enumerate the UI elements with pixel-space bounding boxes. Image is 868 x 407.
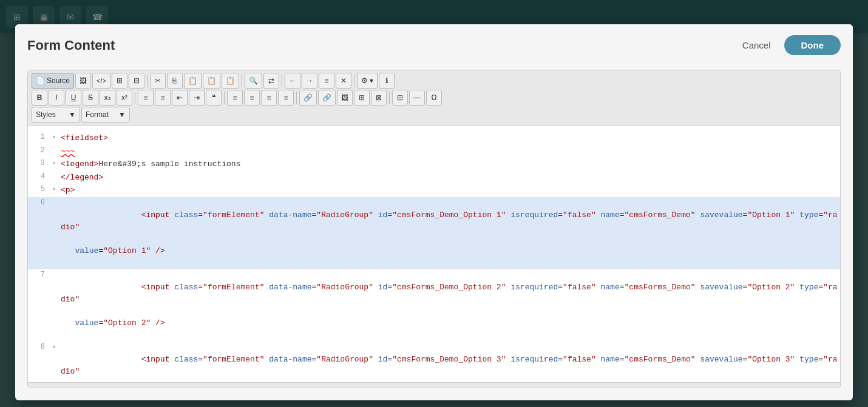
- superscript-button[interactable]: x²: [117, 90, 132, 106]
- code-line-6: 6 <input class="formElement" data-name="…: [28, 197, 840, 269]
- paste1-button[interactable]: 📋: [184, 73, 202, 89]
- paste3-button[interactable]: 📋: [222, 73, 239, 89]
- source-button[interactable]: 📄 Source: [32, 73, 74, 89]
- toolbar-row-2: B I U S x₂ x² ≡ ≡ ⇤ ⇥ ❝ ≡ ≡: [32, 90, 836, 106]
- insert-image-button[interactable]: 🖼: [337, 90, 353, 106]
- sep1: [147, 75, 147, 87]
- toolbar-row-1: 📄 Source 🖼 </> ⊞ ⊟ ✂ ⎘ 📋 📋 📋: [32, 73, 836, 89]
- redo-button[interactable]: →: [302, 73, 317, 89]
- sep4: [354, 75, 354, 87]
- align-left-button[interactable]: ≡: [227, 90, 243, 106]
- done-button[interactable]: Done: [784, 35, 841, 55]
- bold-button[interactable]: B: [32, 90, 47, 106]
- code-line-3: 3 ▾ <legend>Here&#39;s sample instructio…: [28, 158, 840, 171]
- format-arrow: ▼: [118, 110, 126, 119]
- editor-toolbar: 📄 Source 🖼 </> ⊞ ⊟ ✂ ⎘ 📋 📋 📋: [28, 70, 840, 126]
- sep7: [296, 92, 297, 104]
- strikethrough-button[interactable]: S: [83, 90, 98, 106]
- undo-button[interactable]: ←: [285, 73, 300, 89]
- modal-header: Form Content Cancel Done: [15, 24, 853, 64]
- widget-button[interactable]: ⊞: [354, 90, 370, 106]
- source-icon: 📄: [36, 76, 45, 85]
- editor-container: 📄 Source 🖼 </> ⊞ ⊟ ✂ ⎘ 📋 📋 📋: [27, 70, 841, 388]
- copy-button[interactable]: ⎘: [167, 73, 183, 89]
- find-button[interactable]: 🔍: [245, 73, 262, 89]
- toolbar-row-3: Styles ▼ Format ▼: [32, 107, 836, 123]
- ol-button[interactable]: ≡: [138, 90, 154, 106]
- cancel-button[interactable]: Cancel: [735, 36, 778, 54]
- image-button[interactable]: 🖼: [75, 73, 91, 89]
- settings-button[interactable]: ⚙ ▾: [357, 73, 378, 89]
- remove-button[interactable]: ✕: [336, 73, 351, 89]
- sep2: [242, 75, 242, 87]
- align-button[interactable]: ≡: [319, 73, 334, 89]
- code-line-1: 1 ▾ <fieldset>: [28, 132, 840, 145]
- sep8: [389, 92, 390, 104]
- replace-button[interactable]: ⇄: [263, 73, 279, 89]
- sep6: [224, 92, 225, 104]
- table-insert-button[interactable]: ⊠: [371, 90, 387, 106]
- ul-button[interactable]: ≡: [155, 90, 171, 106]
- link-button[interactable]: 🔗: [299, 90, 317, 106]
- code-editor-area[interactable]: 1 ▾ <fieldset> 2 ~~~ 3 ▾ <legend>He: [28, 126, 840, 382]
- italic-button[interactable]: I: [49, 90, 64, 106]
- code-line-7: 7 <input class="formElement" data-name="…: [28, 269, 840, 341]
- modal-title: Form Content: [27, 38, 115, 53]
- code-line-4: 4 </legend>: [28, 171, 840, 184]
- paste2-button[interactable]: 📋: [203, 73, 220, 89]
- format-label: Format: [86, 110, 109, 119]
- modal-actions: Cancel Done: [735, 35, 841, 55]
- info-button[interactable]: ℹ: [379, 73, 395, 89]
- subscript-button[interactable]: x₂: [100, 90, 115, 106]
- align-center-button[interactable]: ≡: [244, 90, 260, 106]
- underline-button[interactable]: U: [66, 90, 81, 106]
- col1-button[interactable]: ⊞: [112, 73, 127, 89]
- quote-button[interactable]: ❝: [206, 90, 222, 106]
- styles-label: Styles: [36, 110, 56, 119]
- cut-button[interactable]: ✂: [150, 73, 166, 89]
- col2-button[interactable]: ⊟: [129, 73, 144, 89]
- sep3: [282, 75, 282, 87]
- styles-arrow: ▼: [69, 110, 76, 119]
- code-line-5: 5 ▾ <p>: [28, 184, 840, 197]
- special-char-button[interactable]: Ω: [426, 90, 442, 106]
- outdent-button[interactable]: ⇤: [172, 90, 188, 106]
- unlink-button[interactable]: 🔗: [318, 90, 336, 106]
- hr-button[interactable]: —: [409, 90, 425, 106]
- align-justify-button[interactable]: ≡: [278, 90, 294, 106]
- indent-button[interactable]: ⇥: [189, 90, 205, 106]
- modal-overlay: Form Content Cancel Done 📄 Source: [0, 0, 868, 407]
- modal-body: 📄 Source 🖼 </> ⊞ ⊟ ✂ ⎘ 📋 📋 📋: [15, 64, 853, 400]
- editor-bottom-bar: [28, 382, 840, 388]
- code-line-8: 8 ▾ <input class="formElement" data-name…: [28, 341, 840, 382]
- table-props-button[interactable]: ⊟: [392, 90, 408, 106]
- code-button[interactable]: </>: [92, 73, 110, 89]
- sep5: [135, 92, 135, 104]
- styles-dropdown[interactable]: Styles ▼: [32, 107, 80, 123]
- align-right-button[interactable]: ≡: [261, 90, 277, 106]
- form-content-modal: Form Content Cancel Done 📄 Source: [15, 24, 853, 400]
- format-dropdown[interactable]: Format ▼: [81, 107, 130, 123]
- code-line-2: 2 ~~~: [28, 145, 840, 158]
